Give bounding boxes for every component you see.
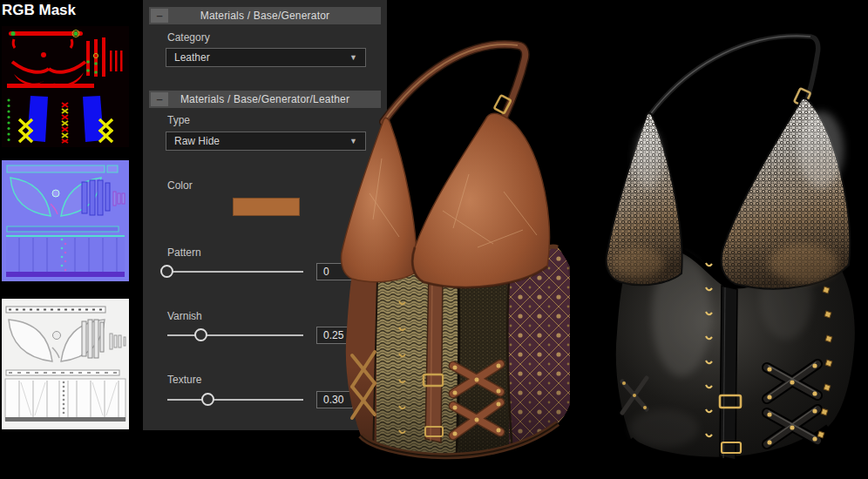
collapse-icon[interactable]: – bbox=[151, 92, 168, 106]
model-corset-raw-hide[interactable] bbox=[338, 19, 593, 479]
leather-cups bbox=[342, 113, 550, 287]
type-dropdown[interactable]: Raw Hide ▼ bbox=[166, 132, 366, 151]
type-label: Type bbox=[167, 114, 190, 126]
rgb-mask-title: RGB Mask bbox=[2, 2, 76, 19]
rgb-mask-image bbox=[2, 26, 129, 147]
shoulder-strap bbox=[383, 44, 526, 122]
color-label: Color bbox=[167, 179, 193, 192]
model-corset-black-leather-chainmail[interactable] bbox=[603, 19, 868, 479]
texture-slider-knob[interactable] bbox=[201, 393, 214, 406]
chainmail-cups bbox=[607, 98, 851, 289]
varnish-label: Varnish bbox=[167, 310, 202, 322]
varnish-slider-knob[interactable] bbox=[194, 328, 207, 341]
category-value: Leather bbox=[174, 51, 349, 64]
texture-label: Texture bbox=[167, 374, 201, 386]
pattern-label: Pattern bbox=[167, 246, 201, 259]
normal-map-thumbnail[interactable] bbox=[2, 160, 129, 281]
ao-map-thumbnail[interactable] bbox=[2, 299, 129, 429]
type-value: Raw Hide bbox=[174, 135, 349, 147]
collapse-icon[interactable]: – bbox=[151, 9, 168, 23]
normal-map-image bbox=[2, 160, 129, 281]
color-swatch[interactable] bbox=[233, 198, 300, 216]
app-canvas: RGB Mask bbox=[0, 0, 868, 479]
section-title: Materials / Base/Generator bbox=[168, 10, 362, 22]
category-label: Category bbox=[167, 31, 210, 44]
section-title: Materials / Base/Generator/Leather bbox=[168, 93, 362, 105]
pattern-slider-knob[interactable] bbox=[160, 265, 173, 278]
category-dropdown[interactable]: Leather ▼ bbox=[166, 48, 366, 67]
varnish-slider-track[interactable] bbox=[167, 334, 303, 336]
texture-slider-track[interactable] bbox=[167, 399, 303, 401]
rgb-mask-thumbnail[interactable] bbox=[2, 26, 129, 147]
pattern-slider-track[interactable] bbox=[167, 271, 303, 273]
ao-map-image bbox=[2, 299, 129, 429]
shoulder-strap bbox=[648, 36, 818, 117]
pattern-value: 0 bbox=[323, 266, 329, 278]
